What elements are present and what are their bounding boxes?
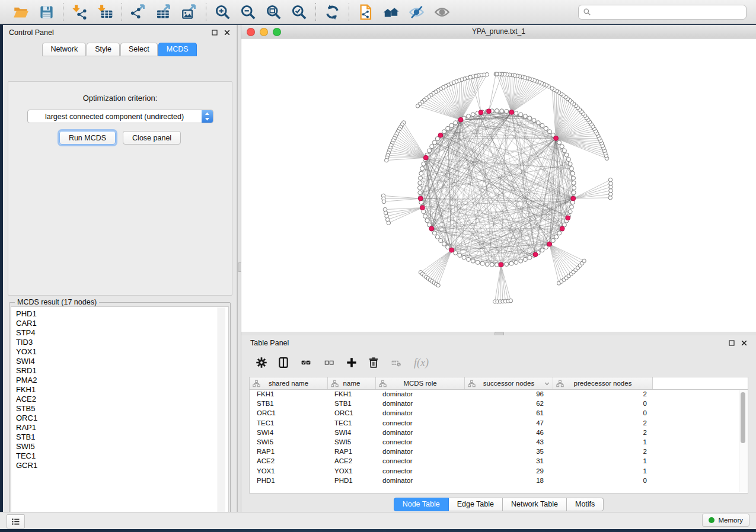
table-panel-title: Table Panel xyxy=(250,339,289,347)
table-row[interactable]: RAP1RAP1dominator352 xyxy=(250,447,739,456)
tab-mcds[interactable]: MCDS xyxy=(158,43,197,56)
import-table-icon[interactable] xyxy=(97,4,113,20)
clear-table-icon xyxy=(390,358,403,367)
mcds-result-item[interactable]: ORC1 xyxy=(16,414,228,423)
mcds-result-item[interactable]: STB5 xyxy=(16,404,228,414)
maximize-window-icon[interactable] xyxy=(273,28,281,36)
mcds-result-item[interactable]: FKH1 xyxy=(16,385,228,395)
cell: dominator xyxy=(376,429,465,436)
close-table-panel-icon[interactable] xyxy=(741,339,748,347)
mcds-result-item[interactable]: SWI5 xyxy=(16,442,228,451)
network-graph[interactable] xyxy=(241,39,756,332)
close-panel-button[interactable]: Close panel xyxy=(123,131,181,145)
hide-graphics-details-icon[interactable] xyxy=(409,4,425,20)
mcds-result-item[interactable]: SWI4 xyxy=(16,357,228,366)
zoom-selected-icon[interactable] xyxy=(291,4,307,20)
table-row[interactable]: PHD1PHD1dominator180 xyxy=(250,476,739,485)
column-type-icon xyxy=(253,380,260,387)
cell: connector xyxy=(376,438,465,446)
column-header-predecessor-nodes[interactable]: predecessor nodes xyxy=(553,377,653,389)
mcds-result-item[interactable]: RAP1 xyxy=(16,423,228,432)
close-window-icon[interactable] xyxy=(247,28,255,36)
export-image-icon[interactable] xyxy=(181,4,197,20)
cell: ACE2 xyxy=(328,457,376,464)
tab-style[interactable]: Style xyxy=(87,43,120,56)
table-row[interactable]: YOX1YOX1connector291 xyxy=(250,466,739,476)
table-scrollbar-thumb[interactable] xyxy=(741,392,745,443)
table-settings-icon[interactable] xyxy=(256,357,267,368)
column-header-filler xyxy=(653,377,748,389)
mcds-result-item[interactable]: YOX1 xyxy=(16,347,228,357)
import-network-icon[interactable] xyxy=(72,4,88,20)
criterion-dropdown[interactable]: largest connected component (undirected) xyxy=(27,110,213,123)
memory-button[interactable]: Memory xyxy=(702,514,749,527)
cell: dominator xyxy=(376,409,465,416)
search-sites-icon[interactable] xyxy=(383,4,399,20)
search-box[interactable] xyxy=(578,5,747,20)
mcds-result-item[interactable]: GCR1 xyxy=(16,461,228,470)
tab-edge-table[interactable]: Edge Table xyxy=(449,498,503,511)
network-window-titlebar[interactable]: YPA_prune.txt_1 xyxy=(241,25,756,39)
show-columns-icon[interactable] xyxy=(277,357,289,368)
mcds-result-item[interactable]: TEC1 xyxy=(16,451,228,461)
mcds-result-item[interactable]: ACE2 xyxy=(16,395,228,404)
delete-column-icon[interactable] xyxy=(368,357,379,368)
add-column-icon[interactable] xyxy=(346,357,358,368)
mcds-result-list[interactable]: PHD1CAR1STP4TID3YOX1SWI4SRD1PMA2FKH1ACE2… xyxy=(11,306,229,520)
mcds-result-item[interactable]: STB1 xyxy=(16,432,228,442)
close-panel-icon[interactable] xyxy=(224,29,231,36)
table-row[interactable]: STB1STB1dominator620 xyxy=(250,399,739,408)
tab-node-table[interactable]: Node Table xyxy=(394,498,449,511)
mcds-result-item[interactable]: CAR1 xyxy=(16,319,228,328)
table-row[interactable]: ACE2ACE2connector311 xyxy=(250,456,739,466)
control-panel-tabs: NetworkStyleSelectMCDS xyxy=(3,43,237,56)
minimize-window-icon[interactable] xyxy=(260,28,268,36)
status-bar: Memory xyxy=(0,512,756,529)
save-session-icon[interactable] xyxy=(39,4,55,20)
open-session-icon[interactable] xyxy=(13,4,29,20)
table-row[interactable]: FKH1FKH1dominator962 xyxy=(250,389,739,399)
sort-indicator-icon[interactable] xyxy=(544,380,550,387)
network-from-file-icon[interactable] xyxy=(358,4,374,20)
function-builder-icon: f(x) xyxy=(414,357,429,369)
optimization-criterion-label: Optimization criterion: xyxy=(8,94,232,102)
cell: 96 xyxy=(465,390,553,398)
float-table-panel-icon[interactable] xyxy=(728,339,735,347)
zoom-fit-icon[interactable] xyxy=(266,4,282,20)
zoom-out-icon[interactable] xyxy=(240,4,256,20)
table-header-row: shared namenameMCDS rolesuccessor nodesp… xyxy=(250,377,748,390)
column-header-shared-name[interactable]: shared name xyxy=(250,377,328,389)
table-row[interactable]: SWI4SWI4dominator462 xyxy=(250,428,739,437)
table-row[interactable]: SWI5SWI5connector431 xyxy=(250,437,739,447)
export-network-icon[interactable] xyxy=(130,4,146,20)
show-graphics-details-icon[interactable] xyxy=(434,4,450,20)
mcds-result-item[interactable]: SRD1 xyxy=(16,366,228,376)
table-row[interactable]: ORC1ORC1dominator610 xyxy=(250,408,739,418)
refresh-icon[interactable] xyxy=(324,4,340,20)
column-header-MCDS-role[interactable]: MCDS role xyxy=(376,377,465,389)
cell: 35 xyxy=(465,448,553,455)
zoom-in-icon[interactable] xyxy=(215,4,231,20)
column-header-successor-nodes[interactable]: successor nodes xyxy=(465,377,553,389)
tab-select[interactable]: Select xyxy=(120,43,158,56)
tab-network[interactable]: Network xyxy=(42,43,86,56)
tab-motifs[interactable]: Motifs xyxy=(567,498,604,511)
float-panel-icon[interactable] xyxy=(211,29,218,36)
network-canvas[interactable] xyxy=(241,39,756,332)
search-input[interactable] xyxy=(594,7,742,17)
mcds-result-item[interactable]: PHD1 xyxy=(16,309,228,319)
column-header-name[interactable]: name xyxy=(328,377,376,389)
tab-network-table[interactable]: Network Table xyxy=(503,498,567,511)
deselect-all-columns-icon[interactable] xyxy=(323,358,336,367)
table-row[interactable]: TEC1TEC1connector472 xyxy=(250,418,739,428)
select-all-columns-icon[interactable] xyxy=(299,358,312,367)
task-history-button[interactable] xyxy=(7,514,25,528)
mcds-list-scrollbar[interactable] xyxy=(218,307,225,518)
table-scrollbar[interactable] xyxy=(739,390,747,492)
vertical-splitter[interactable] xyxy=(237,25,241,512)
mcds-result-item[interactable]: TID3 xyxy=(16,338,228,347)
mcds-result-item[interactable]: STP4 xyxy=(16,328,228,338)
run-mcds-button[interactable]: Run MCDS xyxy=(59,131,116,145)
mcds-result-item[interactable]: PMA2 xyxy=(16,376,228,385)
export-table-icon[interactable] xyxy=(156,4,172,20)
